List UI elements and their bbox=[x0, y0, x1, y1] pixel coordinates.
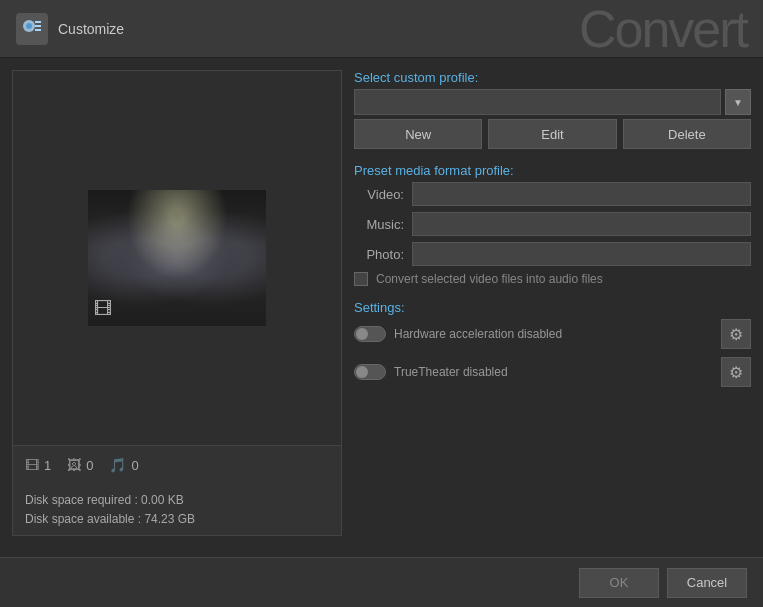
toggle-knob bbox=[356, 328, 368, 340]
right-panel: Select custom profile: ▼ New Edit Delete… bbox=[354, 70, 751, 536]
disk-required: Disk space required : 0.00 KB bbox=[25, 491, 329, 510]
cancel-button[interactable]: Cancel bbox=[667, 568, 747, 598]
chevron-down-icon: ▼ bbox=[733, 97, 743, 108]
hardware-accel-gear-button[interactable]: ⚙ bbox=[721, 319, 751, 349]
photo-input[interactable] bbox=[412, 242, 751, 266]
chandelier-image bbox=[88, 190, 266, 326]
video-field-label: Video: bbox=[354, 187, 404, 202]
preview-footer: 🎞 1 🖼 0 🎵 0 bbox=[13, 445, 341, 485]
music-field-row: Music: bbox=[354, 212, 751, 236]
title-bar-left: Customize bbox=[16, 13, 124, 45]
disk-info: Disk space required : 0.00 KB Disk space… bbox=[13, 485, 341, 535]
image-count: 0 bbox=[86, 458, 93, 473]
convert-checkbox[interactable] bbox=[354, 272, 368, 286]
music-field-label: Music: bbox=[354, 217, 404, 232]
photo-field-row: Photo: bbox=[354, 242, 751, 266]
profile-button-row: New Edit Delete bbox=[354, 119, 751, 149]
left-panel: 🎞 🎞 1 🖼 0 🎵 0 Disk space required : 0.00… bbox=[12, 70, 342, 536]
main-content: 🎞 🎞 1 🖼 0 🎵 0 Disk space required : 0.00… bbox=[0, 58, 763, 548]
photo-field-label: Photo: bbox=[354, 247, 404, 262]
film-stat-icon: 🎞 bbox=[25, 457, 39, 473]
disk-available: Disk space available : 74.23 GB bbox=[25, 510, 329, 529]
video-input[interactable] bbox=[412, 182, 751, 206]
preset-section: Preset media format profile: Video: Musi… bbox=[354, 163, 751, 286]
app-icon bbox=[16, 13, 48, 45]
convert-checkbox-label: Convert selected video files into audio … bbox=[376, 272, 603, 286]
truetheater-gear-button[interactable]: ⚙ bbox=[721, 357, 751, 387]
dropdown-arrow-btn[interactable]: ▼ bbox=[725, 89, 751, 115]
bottom-bar: OK Cancel bbox=[0, 557, 763, 607]
film-icon: 🎞 bbox=[94, 299, 112, 320]
title-bar-title: Convert bbox=[579, 3, 747, 55]
video-field-row: Video: bbox=[354, 182, 751, 206]
preset-label: Preset media format profile: bbox=[354, 163, 751, 178]
svg-point-1 bbox=[26, 23, 32, 29]
settings-section: Settings: Hardware acceleration disabled… bbox=[354, 300, 751, 395]
profile-dropdown[interactable] bbox=[354, 89, 721, 115]
preview-area: 🎞 bbox=[13, 71, 341, 445]
video-count: 1 bbox=[44, 458, 51, 473]
video-stat: 🎞 1 bbox=[25, 457, 51, 473]
hardware-accel-label: Hardware acceleration disabled bbox=[394, 327, 713, 341]
gear-icon-2: ⚙ bbox=[729, 363, 743, 382]
toggle-knob-2 bbox=[356, 366, 368, 378]
truetheater-label: TrueTheater disabled bbox=[394, 365, 713, 379]
audio-count: 0 bbox=[131, 458, 138, 473]
title-bar: Customize Convert bbox=[0, 0, 763, 58]
audio-stat-icon: 🎵 bbox=[109, 457, 126, 473]
settings-label: Settings: bbox=[354, 300, 751, 315]
hardware-accel-row: Hardware acceleration disabled ⚙ bbox=[354, 319, 751, 349]
truetheater-toggle[interactable] bbox=[354, 364, 386, 380]
image-stat: 🖼 0 bbox=[67, 457, 93, 473]
ok-button[interactable]: OK bbox=[579, 568, 659, 598]
preview-image: 🎞 bbox=[88, 190, 266, 326]
image-stat-icon: 🖼 bbox=[67, 457, 81, 473]
edit-button[interactable]: Edit bbox=[488, 119, 616, 149]
profile-dropdown-row: ▼ bbox=[354, 89, 751, 115]
convert-checkbox-row: Convert selected video files into audio … bbox=[354, 272, 751, 286]
custom-profile-label: Select custom profile: bbox=[354, 70, 751, 85]
new-button[interactable]: New bbox=[354, 119, 482, 149]
title-bar-app-name: Customize bbox=[58, 21, 124, 37]
audio-stat: 🎵 0 bbox=[109, 457, 138, 473]
custom-profile-section: Select custom profile: ▼ New Edit Delete bbox=[354, 70, 751, 149]
music-input[interactable] bbox=[412, 212, 751, 236]
hardware-accel-toggle[interactable] bbox=[354, 326, 386, 342]
truetheater-row: TrueTheater disabled ⚙ bbox=[354, 357, 751, 387]
gear-icon: ⚙ bbox=[729, 325, 743, 344]
delete-button[interactable]: Delete bbox=[623, 119, 751, 149]
